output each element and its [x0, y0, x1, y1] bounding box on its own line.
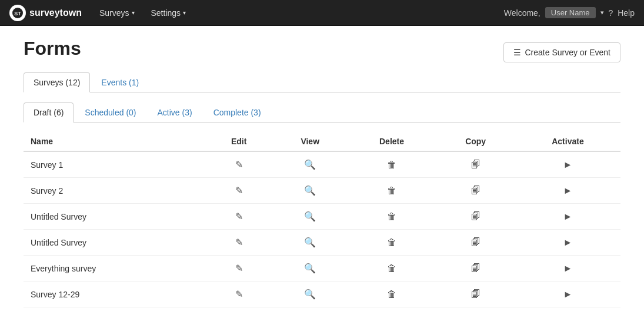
cell-edit: ✎ — [205, 281, 273, 307]
cell-copy: 🗐 — [436, 281, 515, 307]
table-row: Survey 2 ✎ 🔍 🗑 🗐 ► — [24, 178, 620, 204]
activate-icon[interactable]: ► — [561, 210, 575, 223]
subtab-complete[interactable]: Complete (3) — [203, 102, 271, 122]
cell-edit: ✎ — [205, 151, 273, 178]
view-icon[interactable]: 🔍 — [302, 287, 318, 301]
table-row: Untitled Survey ✎ 🔍 🗑 🗐 ► — [24, 204, 620, 230]
cell-delete: 🗑 — [348, 204, 436, 230]
brand: ST surveytown — [9, 5, 82, 21]
cell-name: Untitled Survey — [24, 230, 205, 256]
page-title: Forms — [24, 38, 81, 59]
cell-name: Survey 2 — [24, 178, 205, 204]
cell-view: 🔍 — [273, 230, 348, 256]
activate-icon[interactable]: ► — [561, 158, 575, 171]
main-tabs-container: Surveys (12) Events (1) — [24, 72, 620, 92]
copy-icon[interactable]: 🗐 — [469, 210, 483, 223]
nav-settings-label: Settings — [151, 8, 181, 18]
delete-icon[interactable]: 🗑 — [385, 184, 399, 197]
page-header: Forms ☰ Create Survey or Event — [24, 38, 620, 62]
subtab-active-label: Active (3) — [158, 108, 192, 117]
cell-edit: ✎ — [205, 230, 273, 256]
copy-icon[interactable]: 🗐 — [469, 158, 483, 171]
view-icon[interactable]: 🔍 — [302, 236, 318, 249]
cell-copy: 🗐 — [436, 230, 515, 256]
cell-name: Survey 1 — [24, 151, 205, 178]
delete-icon[interactable]: 🗑 — [385, 262, 399, 275]
tab-events[interactable]: Events (1) — [91, 72, 149, 92]
help-icon: ? — [609, 8, 613, 18]
copy-icon[interactable]: 🗐 — [469, 236, 483, 249]
main-tabs: Surveys (12) Events (1) — [24, 72, 620, 92]
delete-icon[interactable]: 🗑 — [385, 236, 399, 249]
subtabs-container: Draft (6) Scheduled (0) Active (3) Compl… — [24, 102, 620, 122]
cell-delete: 🗑 — [348, 256, 436, 281]
cell-activate: ► — [515, 230, 620, 256]
cell-copy: 🗐 — [436, 256, 515, 281]
welcome-text: Welcome, — [504, 8, 540, 18]
table-row: Untitled Survey ✎ 🔍 🗑 🗐 ► — [24, 230, 620, 256]
cell-activate: ► — [515, 256, 620, 281]
brand-icon: ST — [9, 5, 26, 21]
col-edit: Edit — [205, 132, 273, 151]
cell-view: 🔍 — [273, 281, 348, 307]
table-body: Survey 1 ✎ 🔍 🗑 🗐 ► Survey 2 ✎ 🔍 — [24, 151, 620, 307]
nav-surveys[interactable]: Surveys ▾ — [91, 0, 143, 26]
col-activate: Activate — [515, 132, 620, 151]
copy-icon[interactable]: 🗐 — [469, 262, 483, 275]
subtabs: Draft (6) Scheduled (0) Active (3) Compl… — [24, 102, 620, 122]
cell-edit: ✎ — [205, 204, 273, 230]
cell-copy: 🗐 — [436, 204, 515, 230]
edit-icon[interactable]: ✎ — [233, 261, 245, 275]
surveys-table-wrapper: Name Edit View Delete Copy Activate Surv… — [24, 132, 620, 307]
cell-copy: 🗐 — [436, 178, 515, 204]
table-row: Everything survey ✎ 🔍 🗑 🗐 ► — [24, 256, 620, 281]
view-icon[interactable]: 🔍 — [302, 261, 318, 275]
delete-icon[interactable]: 🗑 — [385, 288, 399, 301]
copy-icon[interactable]: 🗐 — [469, 288, 483, 301]
tab-surveys-label: Surveys (12) — [34, 78, 80, 87]
edit-icon[interactable]: ✎ — [233, 158, 245, 171]
activate-icon[interactable]: ► — [561, 262, 575, 275]
surveys-table: Name Edit View Delete Copy Activate Surv… — [24, 132, 620, 307]
view-icon[interactable]: 🔍 — [302, 210, 318, 223]
copy-icon[interactable]: 🗐 — [469, 184, 483, 197]
cell-view: 🔍 — [273, 256, 348, 281]
table-row: Survey 1 ✎ 🔍 🗑 🗐 ► — [24, 151, 620, 178]
edit-icon[interactable]: ✎ — [233, 236, 245, 249]
nav-settings[interactable]: Settings ▾ — [143, 0, 195, 26]
welcome-name[interactable]: User Name — [545, 7, 596, 18]
view-icon[interactable]: 🔍 — [302, 184, 318, 197]
delete-icon[interactable]: 🗑 — [385, 210, 399, 223]
create-survey-button[interactable]: ☰ Create Survey or Event — [503, 42, 620, 62]
main-content: Forms ☰ Create Survey or Event Surveys (… — [0, 26, 644, 307]
cell-copy: 🗐 — [436, 151, 515, 178]
chevron-down-icon: ▾ — [600, 9, 604, 16]
cell-delete: 🗑 — [348, 281, 436, 307]
subtab-draft[interactable]: Draft (6) — [24, 102, 74, 122]
view-icon[interactable]: 🔍 — [302, 158, 318, 171]
edit-icon[interactable]: ✎ — [233, 287, 245, 301]
chevron-down-icon: ▾ — [183, 9, 186, 16]
brand-name: surveytown — [29, 8, 82, 18]
edit-icon[interactable]: ✎ — [233, 210, 245, 223]
col-name: Name — [24, 132, 205, 151]
edit-icon[interactable]: ✎ — [233, 184, 245, 197]
cell-edit: ✎ — [205, 178, 273, 204]
create-button-label: Create Survey or Event — [525, 48, 610, 57]
subtab-scheduled-label: Scheduled (0) — [85, 108, 136, 117]
subtab-scheduled[interactable]: Scheduled (0) — [75, 102, 146, 122]
cell-delete: 🗑 — [348, 178, 436, 204]
delete-icon[interactable]: 🗑 — [385, 158, 399, 171]
cell-activate: ► — [515, 204, 620, 230]
activate-icon[interactable]: ► — [561, 184, 575, 197]
help-link[interactable]: ? Help — [609, 8, 635, 18]
subtab-active[interactable]: Active (3) — [148, 102, 202, 122]
table-row: Survey 12-29 ✎ 🔍 🗑 🗐 ► — [24, 281, 620, 307]
tab-surveys[interactable]: Surveys (12) — [24, 72, 90, 92]
activate-icon[interactable]: ► — [561, 236, 575, 249]
list-icon: ☰ — [513, 48, 521, 57]
activate-icon[interactable]: ► — [561, 288, 575, 301]
cell-delete: 🗑 — [348, 230, 436, 256]
cell-name: Untitled Survey — [24, 204, 205, 230]
cell-name: Everything survey — [24, 256, 205, 281]
